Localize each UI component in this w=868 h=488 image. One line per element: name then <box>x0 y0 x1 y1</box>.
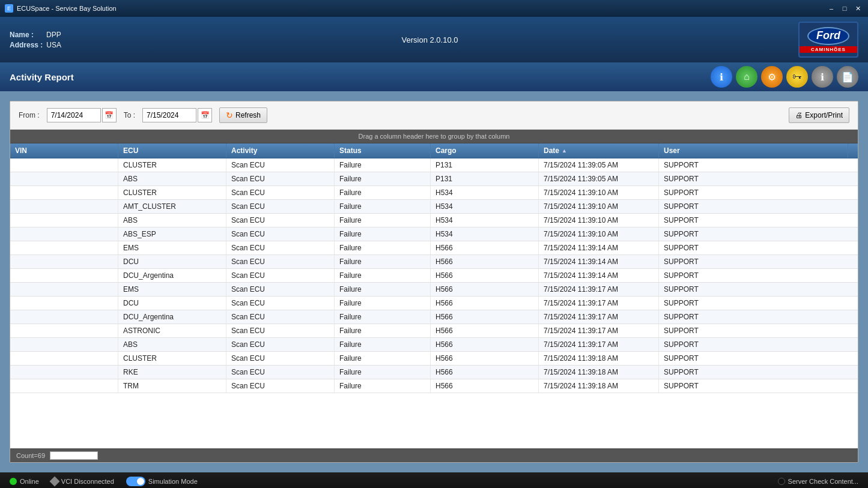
table-row[interactable]: DCUScan ECUFailureH5667/15/2024 11:39:14… <box>10 255 858 269</box>
status-cursor <box>50 451 98 460</box>
col-header-ecu[interactable]: ECU <box>118 143 226 158</box>
cell-ecu: ABS_ESP <box>118 227 226 241</box>
printer-icon: 🖨 <box>795 111 803 119</box>
cell-ecu: ABS <box>118 214 226 227</box>
cell-activity: Scan ECU <box>226 352 335 365</box>
cell-status: Failure <box>335 241 431 255</box>
cell-activity: Scan ECU <box>226 241 335 255</box>
simulation-label: Simulation Mode <box>148 478 198 485</box>
export-button[interactable]: 🖨 Export/Print <box>789 107 849 123</box>
table-row[interactable]: DCUScan ECUFailureH5667/15/2024 11:39:17… <box>10 297 858 310</box>
cell-date: 7/15/2024 11:39:18 AM <box>539 366 659 379</box>
address-value: USA <box>46 41 61 49</box>
table-row[interactable]: EMSScan ECUFailureH5667/15/2024 11:39:17… <box>10 283 858 297</box>
table-row[interactable]: ABS_ESPScan ECUFailureH5347/15/2024 11:3… <box>10 227 858 241</box>
cell-user: SUPPORT <box>659 200 858 213</box>
to-date-input[interactable] <box>142 108 196 122</box>
table-row[interactable]: ASTRONICScan ECUFailureH5667/15/2024 11:… <box>10 324 858 338</box>
col-header-activity[interactable]: Activity <box>226 143 335 158</box>
simulation-toggle[interactable] <box>126 477 145 486</box>
caminhoes-label: CAMINHÕES <box>800 46 857 53</box>
table-row[interactable]: AMT_CLUSTERScan ECUFailureH5347/15/2024 … <box>10 200 858 214</box>
cell-cargo: H566 <box>431 283 539 296</box>
cell-activity: Scan ECU <box>226 366 335 379</box>
table-row[interactable]: DCU_ArgentinaScan ECUFailureH5667/15/202… <box>10 310 858 324</box>
cell-status: Failure <box>335 214 431 227</box>
table-row[interactable]: CLUSTERScan ECUFailureH5347/15/2024 11:3… <box>10 186 858 200</box>
table-row[interactable]: ABSScan ECUFailureH5667/15/2024 11:39:17… <box>10 338 858 352</box>
cell-status: Failure <box>335 227 431 241</box>
cell-cargo: H566 <box>431 310 539 324</box>
cell-date: 7/15/2024 11:39:18 AM <box>539 379 659 393</box>
maximize-button[interactable]: □ <box>839 4 850 13</box>
about-button[interactable]: ℹ <box>812 66 833 88</box>
cell-date: 7/15/2024 11:39:05 AM <box>539 172 659 185</box>
cell-user: SUPPORT <box>659 241 858 255</box>
col-header-user[interactable]: User <box>659 143 848 158</box>
vci-icon <box>49 477 59 487</box>
table-row[interactable]: DCU_ArgentinaScan ECUFailureH5667/15/202… <box>10 269 858 283</box>
cell-ecu: ASTRONIC <box>118 324 226 337</box>
minimize-button[interactable]: – <box>826 4 837 13</box>
cell-activity: Scan ECU <box>226 186 335 199</box>
refresh-button[interactable]: ↻ Refresh <box>219 107 267 123</box>
table-row[interactable]: ABSScan ECUFailureH5347/15/2024 11:39:10… <box>10 214 858 227</box>
toolbar: Activity Report ℹ ⌂ ⚙ 🗝 ℹ 📄 <box>0 62 868 91</box>
home-button[interactable]: ⌂ <box>736 66 757 88</box>
refresh-label: Refresh <box>235 111 261 119</box>
cell-ecu: EMS <box>118 241 226 255</box>
cell-activity: Scan ECU <box>226 214 335 227</box>
table-header: VIN ECU Activity Status Cargo Date ▲ <box>10 143 858 158</box>
table-row[interactable]: RKEScan ECUFailureH5667/15/2024 11:39:18… <box>10 366 858 379</box>
title-bar-controls: – □ ✕ <box>826 4 863 13</box>
brand-logo: Ford CAMINHÕES <box>798 22 858 58</box>
cell-vin <box>10 379 118 393</box>
to-date-picker-button[interactable]: 📅 <box>198 108 212 122</box>
table-body[interactable]: CLUSTERScan ECUFailureP1317/15/2024 11:3… <box>10 158 858 448</box>
cell-ecu: ABS <box>118 338 226 351</box>
to-label: To : <box>124 111 135 119</box>
cell-cargo: H534 <box>431 186 539 199</box>
cell-vin <box>10 241 118 255</box>
cell-user: SUPPORT <box>659 338 858 351</box>
name-label: Name : <box>10 31 43 39</box>
vci-status: VCI Disconnected <box>51 478 114 485</box>
cell-cargo: H534 <box>431 200 539 213</box>
count-label: Count=69 <box>16 452 45 459</box>
cell-vin <box>10 324 118 337</box>
document-button[interactable]: 📄 <box>837 66 858 88</box>
wrench-button[interactable]: ⚙ <box>761 66 783 88</box>
cell-status: Failure <box>335 310 431 324</box>
col-header-vin[interactable]: VIN <box>10 143 118 158</box>
cell-status: Failure <box>335 200 431 213</box>
cell-user: SUPPORT <box>659 324 858 337</box>
export-label: Export/Print <box>805 111 843 119</box>
table-container: VIN ECU Activity Status Cargo Date ▲ <box>10 143 858 448</box>
close-button[interactable]: ✕ <box>852 4 863 13</box>
filter-bar: From : 📅 To : 📅 ↻ Refresh 🖨 Export/Print <box>10 101 858 130</box>
table-row[interactable]: CLUSTERScan ECUFailureP1317/15/2024 11:3… <box>10 158 858 172</box>
cell-user: SUPPORT <box>659 379 858 393</box>
cell-user: SUPPORT <box>659 255 858 268</box>
sort-icon: ▲ <box>562 148 567 154</box>
cell-user: SUPPORT <box>659 269 858 282</box>
cell-activity: Scan ECU <box>226 297 335 310</box>
cell-user: SUPPORT <box>659 186 858 199</box>
table-row[interactable]: TRMScan ECUFailureH5667/15/2024 11:39:18… <box>10 379 858 393</box>
cell-user: SUPPORT <box>659 352 858 365</box>
table-row[interactable]: ABSScan ECUFailureP1317/15/2024 11:39:05… <box>10 172 858 186</box>
cell-status: Failure <box>335 352 431 365</box>
key-button[interactable]: 🗝 <box>786 66 808 88</box>
col-header-status[interactable]: Status <box>335 143 431 158</box>
cell-status: Failure <box>335 338 431 351</box>
to-date-wrap: 📅 <box>142 108 212 122</box>
table-row[interactable]: CLUSTERScan ECUFailureH5667/15/2024 11:3… <box>10 352 858 366</box>
table-row[interactable]: EMSScan ECUFailureH5667/15/2024 11:39:14… <box>10 241 858 255</box>
col-header-date[interactable]: Date ▲ <box>539 143 659 158</box>
from-date-input[interactable] <box>47 108 101 122</box>
cell-cargo: H566 <box>431 366 539 379</box>
cell-cargo: H566 <box>431 241 539 255</box>
info-button[interactable]: ℹ <box>711 66 732 88</box>
from-date-picker-button[interactable]: 📅 <box>102 108 117 122</box>
col-header-cargo[interactable]: Cargo <box>431 143 539 158</box>
